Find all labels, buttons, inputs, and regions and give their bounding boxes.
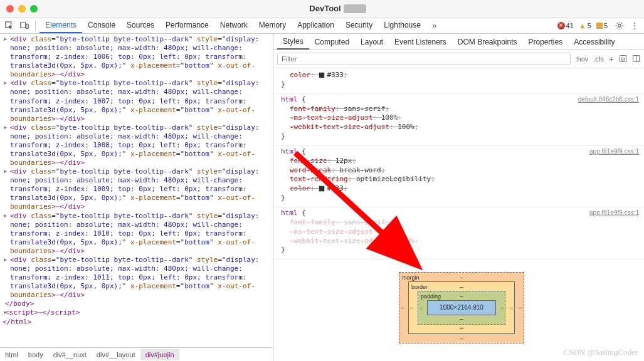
- new-style-icon[interactable]: +: [609, 54, 614, 64]
- subtab-layout[interactable]: Layout: [355, 35, 389, 49]
- breadcrumb: htmlbodydiv#__nuxtdiv#__layoutdiv#juejin: [0, 347, 273, 361]
- svg-rect-2: [26, 24, 29, 28]
- crumb-body[interactable]: body: [23, 349, 48, 360]
- tab-elements[interactable]: Elements: [40, 18, 82, 33]
- crumb-div-juejin[interactable]: div#juejin: [140, 349, 179, 360]
- console-status[interactable]: ✕41 ▲5 5: [557, 21, 608, 30]
- crumb-div---nuxt[interactable]: div#__nuxt: [48, 349, 92, 360]
- title-bar: DevTool: [0, 0, 644, 18]
- subtab-computed[interactable]: Computed: [309, 35, 355, 49]
- kebab-menu-icon[interactable]: ⋮: [628, 19, 641, 33]
- watermark-text: CSDN @SailingCoder: [563, 347, 638, 357]
- settings-icon[interactable]: [613, 19, 626, 33]
- subtab-event-listeners[interactable]: Event Listeners: [389, 35, 452, 49]
- css-rule[interactable]: app.f81e9f9.css:1html {font-size: 12px;w…: [273, 146, 644, 207]
- subtab-dom-breakpoints[interactable]: DOM Breakpoints: [452, 35, 523, 49]
- window-title: DevTool: [38, 4, 638, 14]
- css-rule[interactable]: default.846c2b6.css:1html {font-family: …: [273, 94, 644, 146]
- dom-node[interactable]: ▶<div class="byte-tooltip byte-tooltip--…: [3, 167, 270, 211]
- maximize-window-icon[interactable]: [30, 5, 38, 13]
- dom-tree[interactable]: ▶<div class="byte-tooltip byte-tooltip--…: [0, 34, 273, 347]
- svg-rect-1: [21, 22, 26, 28]
- svg-rect-4: [620, 55, 626, 61]
- box-model-diagram[interactable]: margin––––border––––padding––––1000×2164…: [399, 272, 524, 343]
- tab-memory[interactable]: Memory: [253, 18, 292, 33]
- tab-network[interactable]: Network: [214, 18, 253, 33]
- cls-toggle[interactable]: .cls: [593, 55, 604, 63]
- tab-performance[interactable]: Performance: [160, 18, 214, 33]
- styles-rules[interactable]: color: #333;}default.846c2b6.css:1html {…: [273, 68, 644, 361]
- dom-node[interactable]: ▶<div class="byte-tooltip byte-tooltip--…: [3, 35, 270, 79]
- subtab-styles[interactable]: Styles: [277, 34, 309, 50]
- css-rule[interactable]: app.f81e9f9.css:1html {font-family: sans…: [273, 207, 644, 259]
- dom-node[interactable]: ▶<div class="byte-tooltip byte-tooltip--…: [3, 212, 270, 256]
- filter-input[interactable]: [277, 53, 571, 65]
- source-link[interactable]: app.f81e9f9.css:1: [589, 147, 639, 156]
- panel-layout-icon[interactable]: [632, 55, 640, 64]
- subtab-properties[interactable]: Properties: [523, 35, 569, 49]
- main-tabs: ElementsConsoleSourcesPerformanceNetwork…: [0, 18, 644, 34]
- crumb-div---layout[interactable]: div#__layout: [92, 349, 140, 360]
- elements-panel: ▶<div class="byte-tooltip byte-tooltip--…: [0, 34, 273, 361]
- tab-lighthouse[interactable]: Lighthouse: [378, 18, 426, 33]
- styles-subtabs: StylesComputedLayoutEvent ListenersDOM B…: [273, 34, 644, 50]
- tab-sources[interactable]: Sources: [121, 18, 160, 33]
- css-rule[interactable]: color: #333;}: [273, 70, 644, 94]
- dom-node[interactable]: ▶<div class="byte-tooltip byte-tooltip--…: [3, 123, 270, 167]
- computed-toggle-icon[interactable]: [619, 55, 627, 64]
- styles-panel-container: StylesComputedLayoutEvent ListenersDOM B…: [273, 34, 644, 361]
- minimize-window-icon[interactable]: [18, 5, 26, 13]
- dom-node[interactable]: ▶<div class="byte-tooltip byte-tooltip--…: [3, 256, 270, 300]
- device-toolbar-icon[interactable]: [18, 19, 31, 33]
- tab-application[interactable]: Application: [292, 18, 340, 33]
- close-window-icon[interactable]: [6, 5, 14, 13]
- crumb-html[interactable]: html: [0, 349, 23, 360]
- dom-node[interactable]: ▶<div class="byte-tooltip byte-tooltip--…: [3, 79, 270, 123]
- svg-rect-5: [621, 58, 625, 60]
- hov-toggle[interactable]: :hov: [576, 55, 589, 63]
- svg-point-3: [618, 24, 621, 26]
- source-link[interactable]: app.f81e9f9.css:1: [589, 209, 639, 217]
- inspect-icon[interactable]: [3, 19, 16, 33]
- source-link[interactable]: default.846c2b6.css:1: [578, 95, 639, 104]
- more-tabs-icon[interactable]: »: [428, 19, 441, 33]
- filter-row: :hov .cls +: [273, 50, 644, 68]
- box-model-content: 1000×2164.910: [427, 300, 496, 315]
- tab-console[interactable]: Console: [82, 18, 121, 33]
- traffic-lights: [6, 5, 38, 13]
- tab-security[interactable]: Security: [340, 18, 378, 33]
- subtab-accessibility[interactable]: Accessibility: [568, 35, 620, 49]
